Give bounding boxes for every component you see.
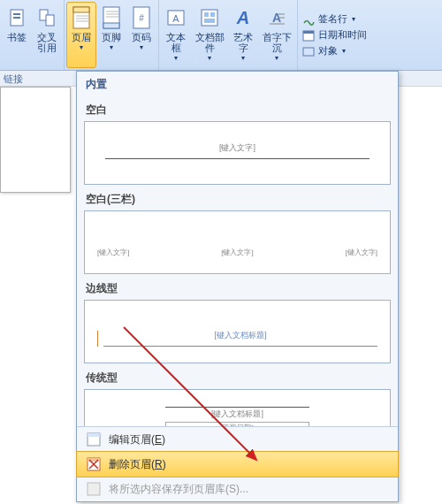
crossref-button[interactable]: 交叉 引用 (32, 2, 62, 68)
dropdown-arrow-icon: ▾ (241, 54, 245, 62)
gallery-scroll[interactable]: 空白 [键入文字] 空白(三栏) [键入文字] [键入文字] [键入文字] 边线… (77, 95, 398, 426)
dropdown-arrow-icon: ▾ (140, 43, 143, 51)
section-sideline-title: 边线型 (86, 281, 389, 296)
bookmark-label: 书签 (7, 32, 27, 42)
signature-icon (301, 12, 316, 27)
quickparts-button[interactable]: 文档部件 ▾ (191, 2, 228, 68)
quickparts-icon (199, 5, 220, 30)
signature-button[interactable]: 签名行 ▾ (301, 12, 367, 27)
remove-header-menuitem[interactable]: 删除页眉(R) (76, 451, 399, 477)
pagenum-icon: # (131, 5, 152, 30)
pagenum-label: 页码 (132, 32, 151, 42)
svg-rect-20 (204, 12, 209, 17)
dropdown-arrow-icon: ▾ (174, 54, 178, 62)
save-header-menuitem: 将所选内容保存到页眉库(S)... (77, 477, 398, 501)
svg-rect-22 (204, 19, 215, 23)
pagenum-button[interactable]: # 页码 ▾ (126, 2, 156, 68)
dropcap-icon: A (266, 5, 287, 30)
group-headerfooter: 页眉 ▾ 页脚 ▾ # 页码 ▾ (65, 0, 159, 70)
bookmark-button[interactable]: 书签 (2, 2, 32, 68)
dropdown-arrow-icon: ▾ (208, 54, 211, 62)
svg-rect-6 (73, 7, 89, 12)
header-button[interactable]: 页眉 ▾ (66, 2, 96, 68)
save-header-icon (86, 481, 102, 497)
section-blank-title: 空白 (86, 103, 389, 118)
crossref-label: 交叉 引用 (37, 32, 57, 53)
builtin-heading: 内置 (77, 72, 398, 95)
placeholder-text: [键入文字] (346, 248, 377, 257)
edit-header-menuitem[interactable]: 编辑页眉(E) (77, 427, 398, 452)
group-extras: 签名行 ▾ 日期和时间 对象 ▾ (298, 0, 370, 70)
footer-button[interactable]: 页脚 ▾ (96, 2, 126, 68)
wordart-label: 艺术字 (230, 32, 256, 53)
svg-text:#: # (139, 13, 144, 23)
svg-rect-30 (303, 48, 314, 56)
save-header-label: 将所选内容保存到页眉库(S)... (109, 482, 248, 497)
gallery-item-blank3[interactable]: [键入文字] [键入文字] [键入文字] (84, 210, 391, 274)
svg-rect-11 (103, 23, 119, 28)
remove-header-label: 删除页眉(R) (109, 457, 166, 472)
svg-rect-21 (210, 12, 215, 17)
textbox-icon: A (165, 5, 187, 30)
header-label: 页眉 (72, 32, 91, 42)
dropdown-arrow-icon: ▾ (352, 15, 355, 23)
gallery-item-traditional[interactable]: [键入文档标题] [选取日期] (84, 389, 391, 426)
wordart-button[interactable]: A 艺术字 ▾ (228, 2, 258, 68)
footer-label: 页脚 (102, 32, 121, 42)
header-icon (71, 5, 92, 30)
svg-text:A: A (172, 13, 179, 24)
ribbon: 书签 交叉 引用 页眉 ▾ 页脚 ▾ # 页码 (0, 0, 442, 71)
section-traditional-title: 传统型 (86, 370, 389, 386)
dropcap-label: 首字下沉 (260, 32, 293, 53)
section-blank3-title: 空白(三栏) (86, 192, 389, 207)
datetime-button[interactable]: 日期和时间 (301, 28, 367, 42)
svg-rect-37 (88, 483, 100, 495)
svg-rect-32 (88, 433, 100, 437)
object-button[interactable]: 对象 ▾ (301, 44, 367, 58)
placeholder-text: [键入文字] (219, 142, 255, 154)
dropdown-arrow-icon: ▾ (80, 43, 83, 51)
svg-rect-29 (303, 31, 314, 34)
group-links: 书签 交叉 引用 (0, 0, 65, 70)
placeholder-text: [选取日期] (165, 422, 309, 426)
header-gallery-dropdown: 内置 空白 [键入文字] 空白(三栏) [键入文字] [键入文字] [键入文字]… (76, 71, 399, 502)
svg-text:A: A (236, 8, 249, 27)
gallery-item-sideline[interactable]: [键入文档标题] (84, 300, 391, 363)
footer-icon (101, 5, 122, 30)
object-label: 对象 (318, 44, 338, 57)
textbox-label: 文本框 (163, 32, 189, 53)
dropdown-arrow-icon: ▾ (342, 47, 346, 55)
edit-header-label: 编辑页眉(E) (109, 432, 165, 447)
placeholder-text: [键入文档标题] (214, 330, 266, 341)
document-page (0, 87, 71, 193)
dropcap-button[interactable]: A 首字下沉 ▾ (258, 2, 295, 68)
crossref-icon (36, 5, 57, 30)
quickparts-label: 文档部件 (193, 32, 226, 53)
edit-header-icon (86, 431, 102, 447)
wordart-icon: A (232, 5, 254, 30)
dropdown-arrow-icon: ▾ (110, 43, 113, 51)
placeholder-text: [键入文字] (97, 248, 129, 257)
signature-label: 签名行 (318, 12, 347, 26)
datetime-label: 日期和时间 (318, 28, 367, 42)
remove-header-icon (86, 456, 102, 472)
gallery-item-blank[interactable]: [键入文字] (84, 121, 391, 185)
placeholder-text: [键入文字] (221, 248, 253, 257)
bookmark-icon (6, 5, 27, 30)
svg-rect-19 (202, 10, 217, 26)
object-icon (301, 44, 316, 58)
svg-rect-2 (13, 17, 20, 19)
group-text: A 文本框 ▾ 文档部件 ▾ A 艺术字 ▾ A 首字下沉 ▾ (159, 0, 298, 70)
footer-menu: 编辑页眉(E) 删除页眉(R) 将所选内容保存到页眉库(S)... (77, 426, 398, 501)
svg-rect-4 (46, 15, 54, 26)
dropdown-arrow-icon: ▾ (275, 54, 278, 62)
datetime-icon (301, 28, 316, 42)
svg-rect-1 (13, 13, 20, 15)
placeholder-text: [键入文档标题] (165, 409, 309, 420)
textbox-button[interactable]: A 文本框 ▾ (161, 2, 191, 68)
